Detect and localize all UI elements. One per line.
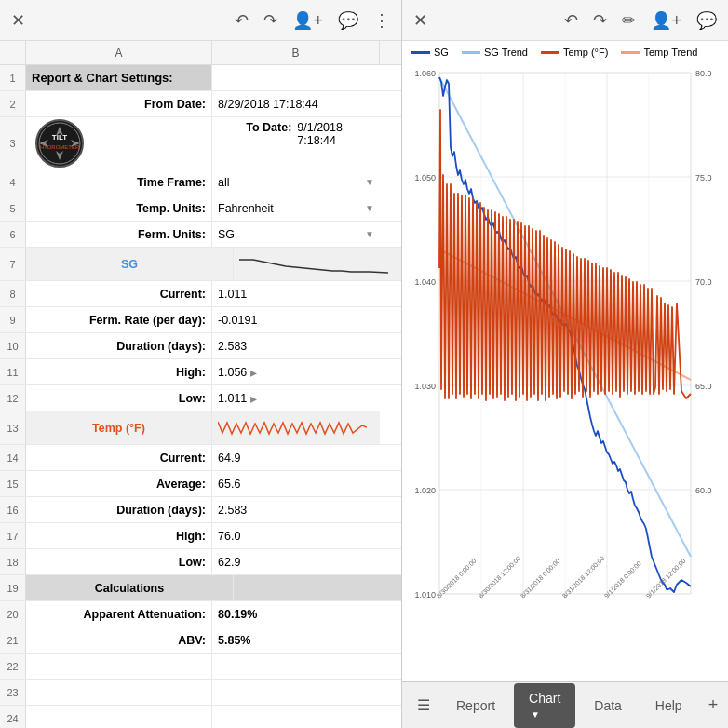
temp-section-label: Temp (°F) xyxy=(26,411,212,444)
add-tab-button[interactable]: + xyxy=(701,688,726,722)
spreadsheet-body: 1 Report & Chart Settings: 2 From Date: … xyxy=(0,65,401,728)
chart-redo-icon[interactable]: ↷ xyxy=(593,10,607,31)
add-person-icon[interactable]: 👤+ xyxy=(292,10,323,31)
legend-sg-label: SG xyxy=(434,47,449,58)
svg-text:TILT: TILT xyxy=(52,133,67,142)
row-number: 1 xyxy=(0,65,26,90)
close-icon[interactable]: ✕ xyxy=(11,10,25,31)
svg-text:65.0: 65.0 xyxy=(695,382,712,391)
table-row: 21 ABV: 5.85% xyxy=(0,627,401,654)
more-icon[interactable]: ⋮ xyxy=(373,10,390,31)
table-row: 10 Duration (days): 2.583 xyxy=(0,333,401,359)
temp-duration-label: Duration (days): xyxy=(26,497,212,522)
calc-section-label: Calculations xyxy=(26,575,234,600)
from-date-value[interactable]: 8/29/2018 17:18:44 xyxy=(212,91,380,116)
chart-svg: 1.060 1.050 1.040 1.030 1.020 1.010 80.0… xyxy=(402,63,728,631)
svg-text:1.030: 1.030 xyxy=(414,382,436,391)
table-row: 15 Average: 65.6 xyxy=(0,471,401,497)
legend-sg-line xyxy=(411,51,430,54)
legend-temp-line xyxy=(541,51,559,54)
cell-b-1 xyxy=(212,65,380,90)
sg-duration-label: Duration (days): xyxy=(26,333,212,358)
sg-high-label: High: xyxy=(26,359,212,384)
tab-report[interactable]: Report xyxy=(441,691,510,721)
table-row: 4 Time Frame: all▼ xyxy=(0,169,401,195)
sg-section-label: SG xyxy=(26,248,234,280)
row-number: 8 xyxy=(0,281,26,306)
legend-temp-trend-line xyxy=(621,51,640,54)
temp-low-label: Low: xyxy=(26,549,212,574)
row-number: 15 xyxy=(0,471,26,496)
table-row: 12 Low: 1.011 ▸ xyxy=(0,385,401,411)
chart-area: 1.060 1.050 1.040 1.030 1.020 1.010 80.0… xyxy=(402,63,728,681)
svg-text:1.020: 1.020 xyxy=(414,486,436,495)
legend-temp-trend-label: Temp Trend xyxy=(643,47,697,58)
svg-text:1.040: 1.040 xyxy=(414,277,436,287)
col-b-header[interactable]: B xyxy=(212,41,380,64)
svg-text:1.050: 1.050 xyxy=(414,173,436,182)
legend-sg-trend-label: SG Trend xyxy=(484,47,528,58)
table-row: 5 Temp. Units: Fahrenheit▼ xyxy=(0,195,401,222)
row-number: 9 xyxy=(0,307,26,332)
row-number: 11 xyxy=(0,359,26,384)
table-row: 19 Calculations xyxy=(0,575,401,601)
bottom-tabs: ☰ Report Chart ▼ Data Help + xyxy=(402,681,728,728)
comment-icon[interactable]: 💬 xyxy=(338,10,358,31)
tab-help[interactable]: Help xyxy=(640,691,697,721)
legend-sg: SG xyxy=(411,47,449,58)
svg-text:80.0: 80.0 xyxy=(695,69,712,78)
sg-sparkline-cell xyxy=(234,248,401,280)
col-a-header[interactable]: A xyxy=(26,41,212,64)
temp-low-value: 62.9 xyxy=(212,549,380,574)
report-settings-label: Report & Chart Settings: xyxy=(26,65,212,90)
time-frame-label: Time Frame: xyxy=(26,169,212,195)
undo-icon[interactable]: ↶ xyxy=(235,10,249,31)
table-row: 2 From Date: 8/29/2018 17:18:44 xyxy=(0,91,401,117)
ferm-units-value[interactable]: SG▼ xyxy=(212,222,380,247)
legend-sg-trend: SG Trend xyxy=(462,47,528,58)
time-frame-value[interactable]: all▼ xyxy=(212,169,380,195)
table-row: 9 Ferm. Rate (per day): -0.0191 xyxy=(0,307,401,333)
cell-b-19 xyxy=(234,575,401,600)
tab-chart[interactable]: Chart ▼ xyxy=(514,683,575,728)
logo-cell: TILT HYDROMETER xyxy=(26,117,212,169)
tilt-logo: TILT HYDROMETER xyxy=(32,119,88,168)
table-row: 20 Apparent Attenuation: 80.19% xyxy=(0,601,401,627)
redo-icon[interactable]: ↷ xyxy=(263,10,277,31)
chart-edit-icon[interactable]: ✏ xyxy=(622,10,636,31)
svg-text:70.0: 70.0 xyxy=(695,277,712,287)
temp-high-label: High: xyxy=(26,523,212,548)
row-number: 5 xyxy=(0,195,26,221)
temp-duration-value: 2.583 xyxy=(212,497,380,522)
ferm-rate-value: -0.0191 xyxy=(212,307,380,332)
temp-avg-value: 65.6 xyxy=(212,471,380,496)
sg-current-value: 1.011 xyxy=(212,281,380,306)
to-date-value[interactable]: 9/1/2018 7:18:44 xyxy=(297,121,374,147)
legend-temp-label: Temp (°F) xyxy=(563,47,608,58)
row-number: 20 xyxy=(0,601,26,627)
tab-data[interactable]: Data xyxy=(579,691,637,721)
ferm-units-label: Ferm. Units: xyxy=(26,222,212,247)
chart-toolbar: ✕ ↶ ↷ ✏ 👤+ 💬 xyxy=(402,0,728,41)
sg-high-value: 1.056 ▸ xyxy=(212,359,380,384)
chart-comment-icon[interactable]: 💬 xyxy=(696,10,717,31)
svg-text:75.0: 75.0 xyxy=(695,173,712,182)
chart-close-icon[interactable]: ✕ xyxy=(413,10,427,31)
temp-high-value: 76.0 xyxy=(212,523,380,548)
legend-sg-trend-line xyxy=(462,51,480,54)
temp-units-value[interactable]: Fahrenheit▼ xyxy=(212,195,380,221)
table-row: 16 Duration (days): 2.583 xyxy=(0,497,401,523)
to-date-label: To Date: xyxy=(218,121,291,147)
chart-add-person-icon[interactable]: 👤+ xyxy=(651,10,681,31)
row-number: 6 xyxy=(0,222,26,247)
temp-sparkline-cell xyxy=(212,411,380,444)
legend-temp-trend: Temp Trend xyxy=(621,47,697,58)
chart-undo-icon[interactable]: ↶ xyxy=(564,10,578,31)
hamburger-icon[interactable]: ☰ xyxy=(410,689,438,721)
row-number: 19 xyxy=(0,575,26,600)
table-row: 7 SG xyxy=(0,248,401,281)
table-row: 8 Current: 1.011 xyxy=(0,281,401,307)
chart-tab-chevron: ▼ xyxy=(531,709,540,720)
row-number: 12 xyxy=(0,385,26,411)
row-number: 3 xyxy=(0,117,26,169)
